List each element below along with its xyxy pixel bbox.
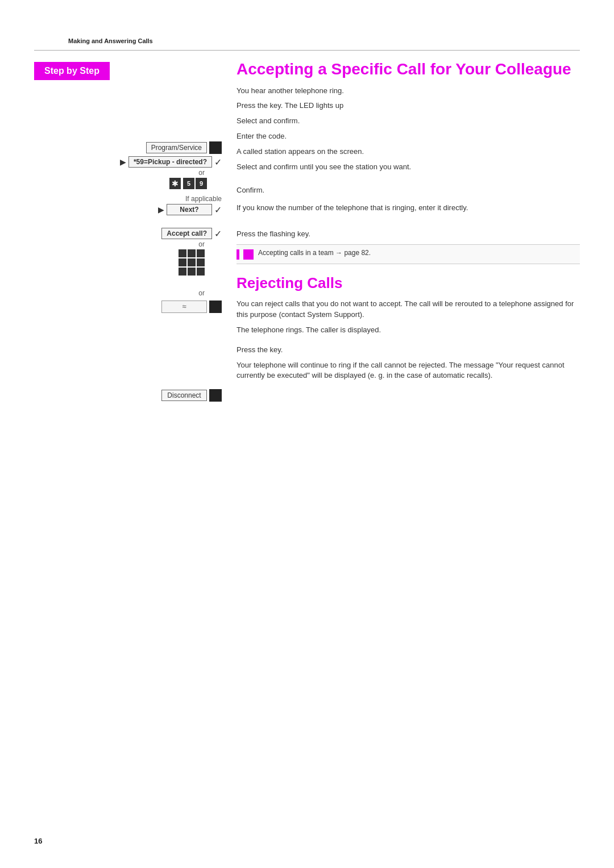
page-number: 16 (34, 837, 42, 845)
text-station-appears: A called station appears on the screen. (237, 147, 580, 157)
checkmark-1: ✓ (214, 157, 222, 168)
step-by-step-badge: Step by Step (34, 62, 110, 80)
text-enter-code: Enter the code. (237, 131, 580, 142)
text-reject-continue: Your telephone will continue to ring if … (237, 360, 580, 382)
disconnect-key: Disconnect (161, 390, 207, 401)
key-5: 5 (183, 178, 194, 189)
right-column: Accepting a Specific Call for Your Colle… (227, 60, 580, 386)
text-press-flashing: Press the flashing key. (237, 229, 580, 240)
pickup-key: *59=Pickup - directed? (128, 156, 212, 168)
checkmark-3: ✓ (214, 228, 222, 239)
text-if-know: If you know the number of the telephone … (237, 203, 580, 214)
section-header: Making and Answering Calls (34, 34, 580, 50)
note-icon (237, 249, 254, 260)
text-select-confirm: Select and confirm. (237, 116, 580, 127)
wave-icon: ≈ (182, 302, 186, 311)
arrow-icon-2: ▶ (158, 205, 164, 214)
key-9: 9 (196, 178, 207, 189)
team-note-row: Accepting calls in a team → page 82. (237, 244, 580, 264)
text-confirm: Confirm. (237, 185, 580, 196)
left-column: Step by Step Program/Service ▶ *59=Picku… (34, 60, 227, 404)
text-select-until: Select and confirm until you see the sta… (237, 162, 580, 173)
led-indicator-1 (209, 141, 222, 154)
text-reject-para1: You can reject calls that you do not wan… (237, 299, 580, 320)
text-press-led: Press the key. The LED lights up (237, 101, 580, 111)
team-note-text: Accepting calls in a team → page 82. (258, 249, 371, 257)
program-service-key: Program/Service (146, 142, 207, 153)
or-label-2: or (198, 240, 207, 248)
or-label-1: or (198, 169, 207, 177)
text-reject-para2: The telephone rings. The caller is displ… (237, 325, 580, 336)
section-title-2: Rejecting Calls (237, 274, 580, 292)
star-key: ✱ (169, 178, 181, 189)
section-title-1: Accepting a Specific Call for Your Colle… (237, 60, 580, 79)
arrow-icon-1: ▶ (120, 157, 126, 166)
text-reject-press: Press the key. (237, 345, 580, 356)
keypad-icon (179, 249, 205, 276)
or-label-3: or (198, 289, 207, 297)
led-indicator-3 (209, 389, 222, 402)
accept-call-key: Accept call? (161, 228, 212, 239)
text-hear-ring: You hear another telephone ring. (237, 86, 580, 97)
if-applicable-label: If applicable (185, 195, 222, 203)
flashing-key: ≈ (161, 301, 207, 313)
next-key: Next? (167, 204, 212, 215)
led-indicator-2 (209, 301, 222, 313)
checkmark-2: ✓ (214, 205, 222, 215)
